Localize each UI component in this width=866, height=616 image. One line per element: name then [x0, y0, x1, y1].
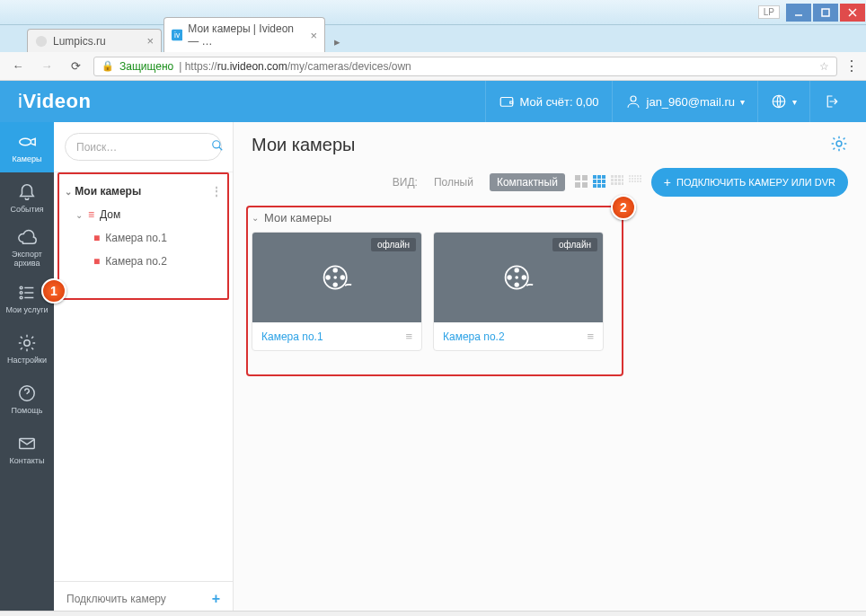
- grid-xs-icon[interactable]: [628, 174, 642, 191]
- window-close-button[interactable]: [840, 4, 865, 22]
- balance-button[interactable]: Мой счёт: 0,00: [485, 81, 612, 122]
- tab-title: Lumpics.ru: [53, 35, 106, 48]
- tree-group-home[interactable]: ⌄ ≡ Дом: [54, 203, 233, 226]
- annotation-marker-1: 1: [41, 278, 66, 304]
- svg-point-71: [515, 282, 519, 286]
- camera-name-link[interactable]: Камера no.2: [443, 330, 505, 343]
- connect-camera-button[interactable]: + ПОДКЛЮЧИТЬ КАМЕРУ ИЛИ DVR: [651, 168, 848, 197]
- svg-rect-53: [629, 178, 631, 180]
- connect-camera-label: Подключить камеру: [66, 593, 166, 605]
- svg-rect-45: [614, 182, 617, 185]
- chevron-down-icon: ⌄: [75, 210, 83, 220]
- logo[interactable]: iVideon: [18, 90, 91, 113]
- status-badge: офлайн: [552, 238, 597, 251]
- nav-label: Настройки: [7, 356, 47, 365]
- page-title: Мои камеры: [252, 135, 355, 155]
- browser-tab[interactable]: Lumpics.ru ×: [27, 29, 162, 52]
- browser-menu-button[interactable]: ⋮: [844, 57, 859, 75]
- tree-group-label: Дом: [100, 208, 120, 221]
- nav-label: Камеры: [13, 154, 42, 163]
- secure-label: Защищено: [119, 60, 173, 73]
- grid-large-icon[interactable]: [574, 174, 588, 191]
- svg-rect-29: [602, 175, 605, 179]
- svg-point-65: [333, 282, 338, 286]
- svg-rect-48: [629, 175, 631, 177]
- nav-help[interactable]: Помощь: [0, 374, 54, 424]
- language-button[interactable]: ▾: [757, 81, 809, 122]
- nav-events[interactable]: События: [0, 172, 54, 223]
- camera-thumbnail: офлайн: [252, 233, 421, 322]
- svg-rect-28: [597, 175, 601, 179]
- view-full-option[interactable]: Полный: [427, 173, 481, 191]
- svg-point-11: [20, 286, 22, 289]
- svg-point-68: [333, 276, 337, 279]
- svg-point-10: [20, 138, 31, 145]
- browser-tab-active[interactable]: iv Мои камеры | Ivideon — … ×: [163, 17, 325, 52]
- search-icon[interactable]: [211, 139, 224, 154]
- svg-line-21: [219, 147, 223, 151]
- nav-cameras[interactable]: Камеры: [0, 122, 54, 172]
- grid-small-icon[interactable]: [610, 174, 624, 191]
- connect-button-label: ПОДКЛЮЧИТЬ КАМЕРУ ИЛИ DVR: [676, 177, 835, 188]
- tab-close-icon[interactable]: ×: [146, 34, 154, 48]
- chevron-down-icon: ⌄: [65, 187, 72, 197]
- view-compact-option[interactable]: Компактный: [490, 173, 565, 191]
- tree-root[interactable]: ⌄ Мои камеры ⋮: [54, 180, 233, 203]
- svg-rect-37: [614, 175, 617, 178]
- logout-button[interactable]: [809, 81, 852, 122]
- window-minimize-button[interactable]: [786, 4, 811, 22]
- svg-rect-26: [582, 182, 588, 188]
- svg-rect-58: [629, 180, 631, 182]
- url-field[interactable]: 🔒 Защищено | https://ru.ivideon.com/my/c…: [93, 57, 837, 76]
- svg-rect-33: [593, 184, 596, 188]
- camera-name-link[interactable]: Камера no.1: [261, 330, 323, 343]
- nav-forward-button[interactable]: →: [36, 56, 57, 77]
- chevron-down-icon: ▾: [740, 97, 745, 107]
- camera-group-header[interactable]: ⌄ Мои камеры: [252, 211, 848, 224]
- svg-rect-30: [593, 180, 596, 183]
- gear-icon: [17, 333, 37, 353]
- more-icon[interactable]: ⋮: [211, 185, 222, 198]
- search-input[interactable]: [76, 141, 211, 154]
- svg-rect-47: [622, 182, 623, 185]
- camera-group-label: Мои камеры: [264, 211, 331, 224]
- new-tab-button[interactable]: ▸: [327, 31, 348, 52]
- tab-close-icon[interactable]: ×: [310, 29, 317, 42]
- svg-rect-34: [597, 184, 601, 188]
- svg-rect-46: [618, 182, 621, 185]
- user-menu[interactable]: jan_960@mail.ru ▾: [612, 81, 757, 122]
- nav-back-button[interactable]: ←: [7, 56, 29, 77]
- card-menu-icon[interactable]: ≡: [405, 330, 412, 343]
- nav-settings[interactable]: Настройки: [0, 323, 54, 374]
- svg-rect-41: [614, 179, 617, 181]
- svg-rect-40: [611, 179, 614, 181]
- svg-point-8: [631, 96, 636, 101]
- svg-point-4: [36, 35, 47, 46]
- user-icon: [625, 93, 641, 110]
- window-bottom-strip: [0, 611, 866, 616]
- tree-camera-1[interactable]: ■ Камера no.1: [54, 226, 233, 250]
- url-text: | https://ru.ivideon.com/my/cameras/devi…: [179, 60, 411, 73]
- camera-tree: 1 ⌄ Мои камеры ⋮ ⌄ ≡ Дом ■ Камера no.1 ■…: [54, 172, 233, 280]
- page-settings-button[interactable]: [830, 135, 848, 155]
- svg-rect-55: [634, 178, 636, 180]
- svg-point-74: [515, 276, 518, 279]
- lock-icon: 🔒: [102, 60, 114, 72]
- favicon-icon: iv: [172, 29, 182, 41]
- annotation-marker-2: 2: [611, 195, 636, 220]
- nav-contacts[interactable]: Контакты: [0, 424, 54, 474]
- view-label: ВИД:: [393, 176, 418, 189]
- grid-medium-icon[interactable]: [592, 174, 606, 191]
- nav-reload-button[interactable]: ⟳: [65, 56, 86, 77]
- app-header: iVideon Мой счёт: 0,00 jan_960@mail.ru ▾…: [0, 81, 866, 122]
- window-maximize-button[interactable]: [813, 4, 838, 22]
- svg-rect-51: [637, 175, 639, 177]
- svg-point-67: [340, 275, 345, 279]
- card-menu-icon[interactable]: ≡: [587, 330, 594, 343]
- bookmark-star-icon[interactable]: ☆: [819, 60, 829, 73]
- chevron-down-icon: ⌄: [252, 213, 259, 223]
- nav-export[interactable]: Экспорт архива: [0, 223, 54, 273]
- tree-camera-2[interactable]: ■ Камера no.2: [54, 250, 233, 273]
- camera-card[interactable]: офлайн Камера no.1 ≡: [252, 232, 422, 351]
- camera-card[interactable]: офлайн Камера no.2 ≡: [433, 232, 604, 351]
